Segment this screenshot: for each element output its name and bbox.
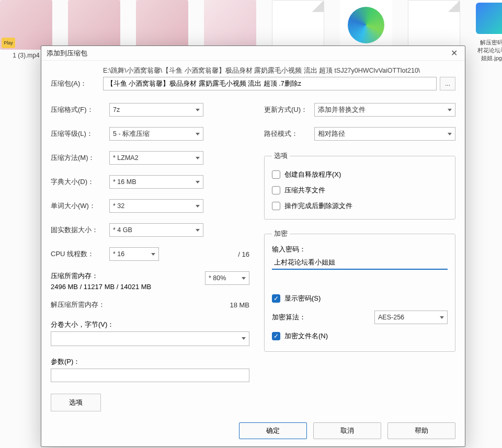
solid-select[interactable]: * 4 GB — [109, 223, 203, 237]
cpu-label: CPU 线程数： — [51, 249, 109, 259]
cpu-select[interactable]: * 16 — [109, 247, 159, 261]
method-label: 压缩方法(M)： — [51, 153, 109, 163]
edge-icon — [340, 0, 392, 50]
dialog-title: 添加到压缩包 — [47, 49, 87, 58]
archive-label: 压缩包(A)： — [51, 79, 103, 88]
left-column: 压缩格式(F)： 7z 压缩等级(L)： 5 - 标准压缩 压缩方法(M)： *… — [51, 103, 249, 415]
solid-label: 固实数据大小： — [51, 225, 109, 235]
close-icon[interactable]: ✕ — [449, 48, 460, 58]
word-select[interactable]: * 32 — [109, 199, 203, 213]
delete-after-checkbox[interactable]: 操作完成后删除源文件 — [272, 201, 448, 211]
titlebar: 添加到压缩包 ✕ — [41, 46, 465, 61]
ok-button[interactable]: 确定 — [239, 422, 307, 439]
method-select[interactable]: * LZMA2 — [109, 151, 203, 165]
algo-label: 加密算法： — [272, 313, 374, 322]
photos-icon — [476, 0, 502, 37]
help-button[interactable]: 帮助 — [387, 422, 455, 439]
options-button[interactable]: 选项 — [51, 394, 101, 411]
browse-button[interactable]: ... — [440, 77, 455, 90]
mem-comp-label: 压缩所需内存： — [51, 271, 205, 281]
shared-checkbox[interactable]: 压缩共享文件 — [272, 186, 448, 195]
video-thumbnail: Play — [0, 0, 52, 50]
level-select[interactable]: 5 - 标准压缩 — [109, 127, 203, 141]
add-to-archive-dialog: 添加到压缩包 ✕ E:\跳舞\小酒窝翁馨\【斗鱼 小酒窝翁馨】极品身材 露奶露毛… — [41, 45, 465, 447]
pathmode-select[interactable]: 相对路径 — [314, 127, 455, 141]
options-legend: 选项 — [272, 151, 290, 160]
update-label: 更新方式(U)： — [264, 105, 314, 114]
file-label: 解压密码 村花论坛看 姐姐.jpg — [476, 39, 502, 62]
dialog-footer: 确定 取消 帮助 — [51, 415, 455, 439]
play-badge: Play — [2, 38, 15, 48]
format-label: 压缩格式(F)： — [51, 105, 109, 114]
dict-label: 字典大小(D)： — [51, 177, 109, 187]
mem-comp-value: 2496 MB / 11217 MB / 14021 MB — [51, 283, 205, 291]
file-item[interactable]: 解压密码 村花论坛看 姐姐.jpg — [476, 0, 502, 68]
param-label: 参数(P)： — [51, 357, 249, 366]
archive-path-folder: E:\跳舞\小酒窝翁馨\【斗鱼 小酒窝翁馨】极品身材 露奶露毛小视频 流出 超顶… — [103, 67, 455, 75]
cancel-button[interactable]: 取消 — [313, 422, 381, 439]
mem-pct-select[interactable]: * 80% — [205, 271, 249, 285]
format-select[interactable]: 7z — [109, 103, 203, 117]
param-input[interactable] — [51, 369, 249, 382]
cpu-total: / 16 — [238, 250, 249, 258]
show-password-checkbox[interactable]: 显示密码(S) — [272, 294, 448, 303]
sfx-checkbox[interactable]: 创建自释放程序(X) — [272, 170, 448, 179]
encryption-group: 加密 输入密码： 显示密码(S) 加密算法： AES-256 加密文件名(N) — [264, 229, 455, 352]
word-label: 单词大小(W)： — [51, 201, 109, 211]
pathmode-label: 路径模式： — [264, 129, 314, 139]
level-label: 压缩等级(L)： — [51, 129, 109, 139]
encryption-legend: 加密 — [272, 229, 290, 238]
password-input[interactable] — [272, 256, 448, 270]
right-column: 更新方式(U)： 添加并替换文件 路径模式： 相对路径 选项 创建自释放程序(X… — [264, 103, 455, 415]
split-label: 分卷大小，字节(V)： — [51, 320, 249, 329]
mem-decomp-label: 解压缩所需内存： — [51, 300, 230, 309]
encrypt-names-checkbox[interactable]: 加密文件名(N) — [272, 331, 448, 341]
password-label: 输入密码： — [272, 245, 448, 254]
update-select[interactable]: 添加并替换文件 — [314, 103, 455, 117]
dict-select[interactable]: * 16 MB — [109, 175, 203, 189]
split-select[interactable] — [51, 331, 249, 346]
archive-name-input[interactable] — [103, 77, 437, 90]
algo-select[interactable]: AES-256 — [374, 311, 448, 324]
options-group: 选项 创建自释放程序(X) 压缩共享文件 操作完成后删除源文件 — [264, 151, 455, 220]
mem-decomp-value: 18 MB — [230, 301, 249, 309]
